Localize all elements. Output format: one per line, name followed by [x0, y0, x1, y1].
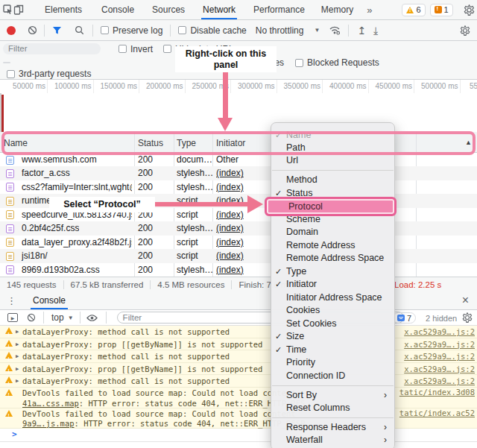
request-initiator[interactable]: (index) [216, 208, 244, 221]
request-initiator[interactable]: (index) [216, 263, 244, 277]
menu-item-protocol-highlighted[interactable]: Protocol [265, 197, 397, 216]
column-header-status[interactable]: Status [138, 138, 163, 148]
menu-item-remote-address-space[interactable]: Remote Address Space [271, 252, 394, 265]
menu-item-sort-by[interactable]: Sort By › [271, 389, 394, 402]
menu-item-time[interactable]: ✓ Time [271, 344, 394, 357]
import-har-icon[interactable]: ↥ [353, 25, 370, 36]
requests-table-header[interactable]: Name Status Type Initiator ▲ [0, 132, 477, 153]
tab-elements[interactable]: Elements [43, 0, 83, 19]
tab-network[interactable]: Network [201, 0, 237, 19]
search-icon[interactable] [72, 24, 86, 37]
blocked-requests-checkbox[interactable]: Blocked Requests [295, 57, 379, 68]
tab-sources[interactable]: Sources [151, 0, 186, 19]
menu-item-method[interactable]: Method [271, 174, 394, 187]
expand-arrow-icon[interactable]: ▶ [16, 363, 19, 376]
menu-item-remote-address[interactable]: Remote Address [271, 239, 394, 253]
source-map-link[interactable]: 9a9….js.map [22, 419, 75, 428]
close-drawer-icon[interactable]: × [458, 294, 473, 306]
source-link[interactable]: x.ac529a9….js:2 [404, 363, 475, 376]
tab-performance[interactable]: Performance [252, 0, 306, 19]
request-row[interactable]: ☰ factor_a.css 200 stylesh… (index) [0, 166, 477, 180]
third-party-checkbox[interactable]: 3rd-party requests [7, 69, 91, 79]
export-har-icon[interactable]: ⤓ [370, 25, 382, 36]
console-warning-row[interactable]: ▶ dataLayerProxy: method call is not sup… [0, 350, 477, 363]
menu-item-initiator[interactable]: ✓ Initiator [271, 278, 394, 291]
menu-item-priority[interactable]: Priority [271, 356, 394, 370]
expand-arrow-icon[interactable]: ▶ [16, 326, 19, 338]
console-prompt[interactable]: > [0, 429, 477, 442]
menu-item-initiator-address-space[interactable]: Initiator Address Space [271, 291, 394, 305]
request-row[interactable]: ☰ data_layer_proxy.a2f48b2f.js 200 scrip… [0, 236, 477, 249]
console-filter-badge[interactable]: 7 [393, 312, 416, 324]
request-row[interactable]: ☰ 0.2bf4c25f.css 200 stylesh… (index) [0, 221, 477, 235]
hidden-messages-label[interactable]: 2 hidden [426, 314, 457, 323]
inspect-icon[interactable] [3, 3, 13, 16]
sort-asc-icon[interactable]: ▲ [465, 139, 472, 146]
menu-item-name[interactable]: ✓ Name [271, 129, 394, 142]
request-initiator[interactable]: (index) [216, 180, 244, 194]
disable-cache-checkbox[interactable]: Disable cache [178, 25, 246, 36]
clear-console-icon[interactable] [24, 311, 39, 324]
menu-item-type[interactable]: ✓ Type [271, 265, 394, 279]
network-settings-gear-icon[interactable] [458, 24, 473, 37]
console-sidebar-icon[interactable]: ▶ [7, 313, 18, 322]
request-initiator[interactable]: (index) [216, 236, 244, 249]
kebab-menu-icon[interactable]: ⋮ [475, 5, 477, 15]
console-warning-row[interactable]: ▶ dataLayerProxy: prop [[getByName]] is … [0, 338, 477, 351]
context-selector[interactable]: top [51, 312, 64, 323]
more-tabs-icon[interactable]: » [367, 4, 372, 16]
issues-badge[interactable]: 1 [430, 4, 453, 16]
source-link[interactable]: tatic/index.3d08 [399, 388, 475, 398]
source-link[interactable]: x.ac529a9….js:2 [404, 350, 475, 363]
source-map-link[interactable]: 41a….css.map [22, 399, 79, 408]
invert-checkbox[interactable]: Invert [119, 44, 153, 54]
menu-item-connection-id[interactable]: Connection ID [271, 370, 394, 383]
drawer-kebab-icon[interactable]: ⋮ [3, 296, 20, 306]
source-link[interactable]: tatic/index.ac52 [399, 408, 475, 419]
menu-item-path[interactable]: Path [271, 142, 394, 154]
network-conditions-icon[interactable] [327, 24, 342, 37]
expand-arrow-icon[interactable]: ▶ [16, 375, 19, 388]
resource-chip-all[interactable] [3, 62, 10, 63]
menu-item-url[interactable]: Url [271, 154, 394, 167]
device-toolbar-icon[interactable] [13, 3, 24, 16]
menu-item-cookies[interactable]: Cookies [271, 304, 394, 318]
request-initiator[interactable]: Other [216, 153, 238, 166]
source-link[interactable]: x.ac529a9….js:2 [404, 338, 475, 351]
drawer-tab-console[interactable]: Console [31, 291, 68, 309]
console-warning-row[interactable]: ▶ dataLayerProxy: prop [[getByName]] is … [0, 363, 477, 376]
console-settings-gear-icon[interactable] [462, 312, 473, 323]
preserve-log-checkbox[interactable]: Preserve log [101, 25, 162, 36]
expand-arrow-icon[interactable]: ▶ [16, 338, 19, 351]
console-warning-row[interactable]: ▶ dataLayerProxy: method call is not sup… [0, 326, 477, 338]
request-initiator[interactable]: (index) [216, 249, 244, 262]
network-overview[interactable] [0, 93, 477, 132]
settings-gear-icon[interactable] [464, 3, 475, 16]
network-filter-input[interactable]: Filter [3, 43, 101, 54]
filter-funnel-icon[interactable] [49, 24, 64, 37]
chevron-down-icon[interactable]: ▼ [68, 315, 74, 321]
menu-item-reset-columns[interactable]: Reset Columns [271, 402, 394, 414]
record-button[interactable] [7, 26, 16, 35]
menu-item-waterfall[interactable]: Waterfall › [271, 434, 394, 447]
menu-item-domain[interactable]: Domain [271, 226, 394, 239]
request-row[interactable]: ☰ jsi18n/ 200 script (index) [0, 249, 477, 262]
source-link[interactable]: x.ac529a9….js:2 [404, 326, 475, 338]
tab-console[interactable]: Console [100, 0, 136, 19]
timeline-ruler[interactable]: 50000 ms100000 ms150000 ms200000 ms25000… [0, 80, 477, 93]
console-warning-row[interactable]: DevTools failed to load source map: Coul… [0, 408, 477, 429]
request-row[interactable]: ☰ css2?family=Inter:slnt,wght@-… 200 sty… [0, 180, 477, 194]
console-warning-row[interactable]: DevTools failed to load source map: Coul… [0, 388, 477, 408]
menu-item-size[interactable]: ✓ Size [271, 330, 394, 344]
tab-memory[interactable]: Memory [320, 0, 355, 19]
source-link[interactable]: x.ac529a9….js:2 [404, 375, 475, 388]
expand-arrow-icon[interactable]: ▶ [16, 350, 19, 363]
throttling-select[interactable]: No throttling [256, 25, 304, 36]
request-initiator[interactable]: (index) [216, 166, 244, 180]
request-initiator[interactable]: (index) [216, 221, 244, 235]
console-warning-row[interactable]: ▶ dataLayerProxy: method call is not sup… [0, 375, 477, 388]
request-row[interactable]: ☰ 8969.d193b02a.css 200 stylesh… (index) [0, 263, 477, 277]
column-header-type[interactable]: Type [177, 138, 196, 148]
menu-item-response-headers[interactable]: Response Headers › [271, 421, 394, 434]
menu-item-set-cookies[interactable]: Set Cookies [271, 318, 394, 331]
